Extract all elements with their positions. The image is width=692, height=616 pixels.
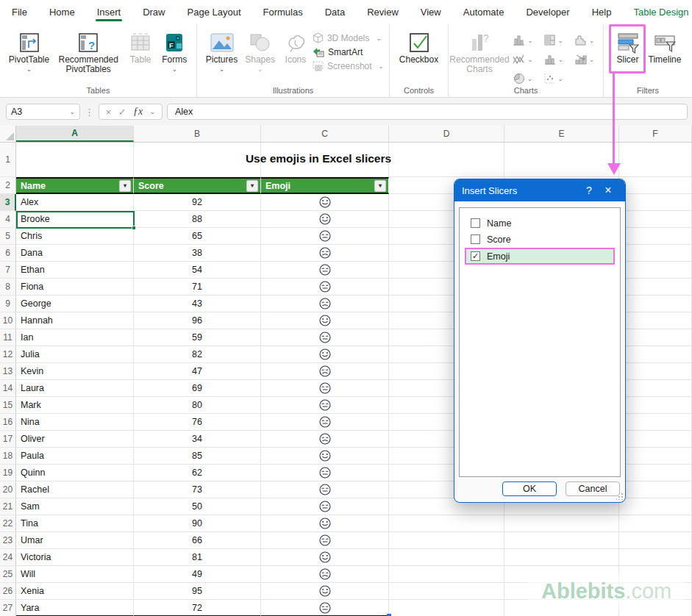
cell-emoji[interactable] <box>261 532 389 549</box>
cell[interactable] <box>389 600 504 616</box>
cell[interactable] <box>389 549 504 566</box>
row-header-20[interactable]: 20 <box>0 481 16 498</box>
cell-score[interactable]: 49 <box>134 566 261 583</box>
cell[interactable] <box>504 549 619 566</box>
tab-file[interactable]: File <box>10 2 29 22</box>
column-header-a[interactable]: A <box>16 126 134 142</box>
row-header-3[interactable]: 3 <box>0 194 16 211</box>
cell[interactable] <box>619 245 692 262</box>
row-header-17[interactable]: 17 <box>0 431 16 448</box>
dialog-title-bar[interactable]: Insert Slicers ? × <box>454 179 625 201</box>
cell-emoji[interactable] <box>261 397 389 414</box>
cell[interactable] <box>504 515 619 532</box>
cell[interactable] <box>619 228 692 245</box>
cell-emoji[interactable] <box>261 329 389 346</box>
cell-emoji[interactable] <box>261 583 389 600</box>
row-header-1[interactable]: 1 <box>0 143 16 177</box>
cell-score[interactable]: 71 <box>134 279 261 296</box>
cell-emoji[interactable] <box>261 211 389 228</box>
cell-name-yara[interactable]: Yara <box>16 600 134 616</box>
cell-emoji[interactable] <box>261 194 389 211</box>
checkbox-checked-icon[interactable]: ✓ <box>471 251 480 261</box>
help-icon[interactable]: ? <box>579 185 599 196</box>
cell[interactable] <box>389 532 504 549</box>
cell-name-victoria[interactable]: Victoria <box>16 549 134 566</box>
cell-name-tina[interactable]: Tina <box>16 515 134 532</box>
cell[interactable] <box>619 211 692 228</box>
close-icon[interactable]: × <box>599 184 618 197</box>
row-header-13[interactable]: 13 <box>0 363 16 380</box>
cell[interactable] <box>619 346 692 363</box>
tab-automate[interactable]: Automate <box>462 2 506 22</box>
hierarchy-chart-button[interactable]: ⌄ <box>538 31 569 49</box>
table-header-emoji[interactable]: Emoji▾ <box>261 177 389 194</box>
cell-name-rachel[interactable]: Rachel <box>16 481 134 498</box>
row-header-9[interactable]: 9 <box>0 296 16 312</box>
row-header-26[interactable]: 26 <box>0 583 16 600</box>
tab-home[interactable]: Home <box>48 2 76 22</box>
cell-score[interactable]: 50 <box>134 498 261 515</box>
tab-page-layout[interactable]: Page Layout <box>186 2 243 22</box>
dialog-resize-grip[interactable] <box>616 493 623 500</box>
cell-score[interactable]: 34 <box>134 431 261 448</box>
cancel-button[interactable]: Cancel <box>566 481 620 496</box>
recommended-pivottables-button[interactable]: ? Recommended PivotTables <box>53 28 124 76</box>
cell-emoji[interactable] <box>261 363 389 380</box>
tab-data[interactable]: Data <box>324 2 346 22</box>
cell-emoji[interactable] <box>261 262 389 279</box>
cell-name-will[interactable]: Will <box>16 566 134 583</box>
formula-input[interactable]: Alex <box>167 104 688 120</box>
cell-name-kevin[interactable]: Kevin <box>16 363 134 380</box>
cell-name-laura[interactable]: Laura <box>16 380 134 397</box>
timeline-button[interactable]: Timeline <box>645 28 685 67</box>
cell-score[interactable]: 82 <box>134 346 261 363</box>
cell-name-sam[interactable]: Sam <box>16 498 134 515</box>
row-header-21[interactable]: 21 <box>0 498 16 515</box>
row-header-19[interactable]: 19 <box>0 465 16 481</box>
cell-emoji[interactable] <box>261 312 389 329</box>
cell-score[interactable]: 81 <box>134 549 261 566</box>
cell[interactable] <box>619 549 692 566</box>
cell[interactable] <box>134 143 261 177</box>
cell-emoji[interactable] <box>261 600 389 616</box>
tab-table-design[interactable]: Table Design <box>632 2 690 22</box>
cell[interactable] <box>619 397 692 414</box>
row-header-15[interactable]: 15 <box>0 397 16 414</box>
column-header-c[interactable]: C <box>261 126 389 142</box>
cell[interactable] <box>389 143 504 177</box>
cell[interactable] <box>619 279 692 296</box>
cell[interactable] <box>619 414 692 431</box>
cell[interactable] <box>619 431 692 448</box>
tab-formulas[interactable]: Formulas <box>262 2 304 22</box>
shapes-button[interactable]: Shapes ⌄ <box>241 28 279 75</box>
cell[interactable] <box>389 583 504 600</box>
slicer-field-name[interactable]: Name <box>465 215 615 231</box>
cell-score[interactable]: 85 <box>134 448 261 465</box>
ok-button[interactable]: OK <box>502 481 557 496</box>
cancel-entry-icon[interactable]: × <box>106 107 112 118</box>
column-chart-button[interactable]: ⌄ <box>507 31 538 49</box>
3d-models-button[interactable]: 3D Models ⌄ <box>313 32 384 43</box>
cell[interactable] <box>619 296 692 312</box>
cell[interactable] <box>619 177 692 194</box>
cell-emoji[interactable] <box>261 481 389 498</box>
row-header-5[interactable]: 5 <box>0 228 16 245</box>
cell-score[interactable]: 88 <box>134 211 261 228</box>
cell-emoji[interactable] <box>261 228 389 245</box>
cell-score[interactable]: 66 <box>134 532 261 549</box>
cell[interactable] <box>619 515 692 532</box>
tab-draw[interactable]: Draw <box>141 2 166 22</box>
cell-name-brooke[interactable]: Brooke <box>16 211 134 228</box>
smartart-button[interactable]: SmartArt <box>313 47 384 57</box>
cell-score[interactable]: 38 <box>134 245 261 262</box>
cell-score[interactable]: 69 <box>134 380 261 397</box>
cell-emoji[interactable] <box>261 380 389 397</box>
column-header-f[interactable]: F <box>619 126 692 142</box>
cell-emoji[interactable] <box>261 448 389 465</box>
scatter-chart-button[interactable]: ⌄ <box>538 69 569 87</box>
name-box[interactable]: A3 ⌄ <box>6 104 80 120</box>
cell[interactable] <box>619 363 692 380</box>
pivottable-button[interactable]: PivotTable ⌄ <box>5 28 53 75</box>
row-header-2[interactable]: 2 <box>0 177 16 194</box>
cell-emoji[interactable] <box>261 515 389 532</box>
